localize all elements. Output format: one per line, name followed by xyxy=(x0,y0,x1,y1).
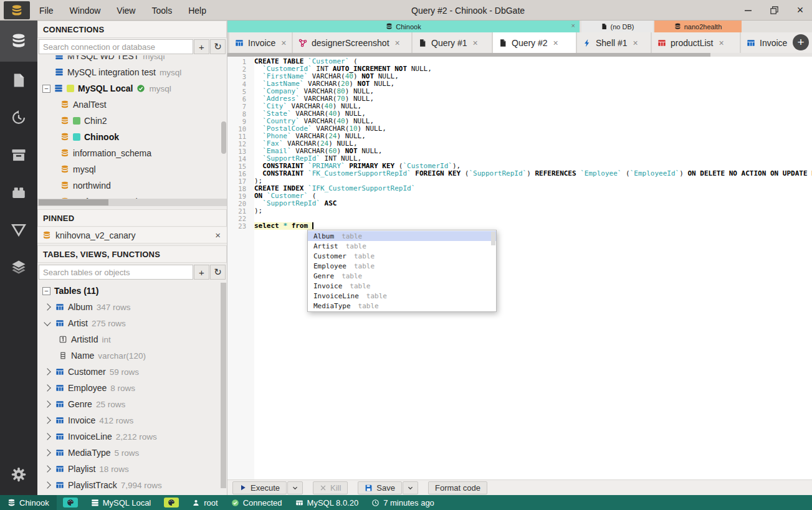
chevron-right-icon[interactable] xyxy=(44,481,50,488)
autocomplete-item-customer[interactable]: Customertable xyxy=(308,251,496,261)
refresh-tables-button[interactable]: ↻ xyxy=(210,265,226,280)
statusbar-connected[interactable]: Connected xyxy=(231,498,282,508)
column-row-name[interactable]: Namevarchar(120) xyxy=(37,347,227,364)
refresh-connections-button[interactable]: ↻ xyxy=(210,39,226,54)
tab-close-icon[interactable]: × xyxy=(395,38,400,48)
autocomplete-item-artist[interactable]: Artisttable xyxy=(308,241,496,251)
tab-label: Invoice xyxy=(248,38,275,48)
autocomplete-item-mediatype[interactable]: MediaTypetable xyxy=(308,301,496,311)
chevron-right-icon[interactable] xyxy=(44,433,50,440)
autocomplete-item-genre[interactable]: Genretable xyxy=(308,271,496,281)
tab-group-no-db[interactable]: (no DB) xyxy=(581,21,653,32)
table-row-mediatype[interactable]: MediaType5 rows xyxy=(37,445,227,461)
statusbar-root[interactable]: root xyxy=(192,498,217,508)
column-row-artistid[interactable]: ArtistIdint xyxy=(37,331,227,347)
tab-close-icon[interactable]: × xyxy=(719,38,724,48)
tab-close-icon[interactable]: × xyxy=(633,38,638,48)
connection-item-analtest[interactable]: AnalTest xyxy=(37,97,227,113)
table-row-invoice[interactable]: Invoice412 rows xyxy=(37,412,227,428)
table-row-album[interactable]: Album347 rows xyxy=(37,299,227,315)
statusbar-mysql-local[interactable]: MySQL Local xyxy=(91,498,151,508)
save-options-button[interactable] xyxy=(403,481,418,494)
connection-item-northwind[interactable]: northwind xyxy=(37,177,227,194)
menu-view[interactable]: View xyxy=(108,0,143,21)
collapse-toggle-icon[interactable]: − xyxy=(42,85,50,93)
chevron-right-icon[interactable] xyxy=(44,417,50,423)
activity-plugin-brick-button[interactable] xyxy=(0,174,37,211)
connection-item-mysql-wd-test[interactable]: MYSQL WD TESTmysql xyxy=(37,55,227,64)
tables-vscrollbar-thumb[interactable] xyxy=(221,283,226,488)
connection-item-information-schema[interactable]: information_schema xyxy=(37,145,227,161)
chevron-right-icon[interactable] xyxy=(44,384,50,391)
connections-vscrollbar-thumb[interactable] xyxy=(221,121,226,154)
restore-button[interactable] xyxy=(768,5,780,16)
minimize-button[interactable] xyxy=(742,5,753,16)
autocomplete-scrollbar-thumb[interactable] xyxy=(491,232,495,245)
chevron-right-icon[interactable] xyxy=(44,400,50,407)
tab-close-icon[interactable]: × xyxy=(473,38,478,48)
pinned-item[interactable]: knihovna_v2_canary × xyxy=(37,227,227,243)
execute-button[interactable]: Execute xyxy=(232,481,287,494)
save-button[interactable]: Save xyxy=(358,481,402,494)
close-button[interactable]: × xyxy=(795,5,806,16)
tab-group-chinook[interactable]: Chinook× xyxy=(227,21,580,32)
autocomplete-item-employee[interactable]: Employeetable xyxy=(308,261,496,271)
statusbar-chinook[interactable]: Chinook xyxy=(7,498,49,508)
connections-search-input[interactable] xyxy=(39,39,193,54)
autocomplete-item-album[interactable]: Albumtable xyxy=(308,231,496,241)
tab-designerscreenshot[interactable]: designerScreenshot× xyxy=(293,32,411,53)
add-connection-button[interactable]: + xyxy=(194,39,209,54)
activity-triangle-button[interactable] xyxy=(0,211,37,248)
line-number: 21 xyxy=(227,207,254,215)
activity-database-button[interactable] xyxy=(0,21,37,62)
menu-window[interactable]: Window xyxy=(62,0,109,21)
hscrollbar-thumb[interactable] xyxy=(39,199,108,205)
activity-gear-button[interactable] xyxy=(0,458,37,491)
execute-options-button[interactable] xyxy=(287,481,303,494)
connection-item-mysql[interactable]: mysql xyxy=(37,161,227,177)
activity-history-button[interactable] xyxy=(0,99,37,136)
kill-button[interactable]: Kill xyxy=(313,481,348,494)
connection-item-mysql-integration-test[interactable]: MySQL integration testmysql xyxy=(37,64,227,80)
table-row-customer[interactable]: Customer59 rows xyxy=(37,364,227,380)
tab-query-2[interactable]: Query #2× xyxy=(493,32,576,53)
autocomplete-item-invoice[interactable]: Invoicetable xyxy=(308,281,496,291)
chevron-right-icon[interactable] xyxy=(44,465,50,472)
table-row-genre[interactable]: Genre25 rows xyxy=(37,396,227,412)
collapse-toggle-icon[interactable]: − xyxy=(42,287,50,295)
tab-query-1[interactable]: Query #1× xyxy=(413,32,492,53)
unpin-close-icon[interactable]: × xyxy=(215,230,221,240)
chevron-right-icon[interactable] xyxy=(44,449,50,456)
table-row-artist[interactable]: Artist275 rows xyxy=(37,315,227,331)
table-row-playlisttrack[interactable]: PlaylistTrack7,994 rows xyxy=(37,477,227,493)
tables-group-row[interactable]: −Tables (11) xyxy=(37,283,227,299)
connection-item-chin2[interactable]: Chin2 xyxy=(37,113,227,129)
table-row-playlist[interactable]: Playlist18 rows xyxy=(37,461,227,477)
chevron-right-icon[interactable] xyxy=(44,368,50,375)
activity-archive-button[interactable] xyxy=(0,136,37,174)
chevron-down-icon[interactable] xyxy=(44,319,50,326)
add-table-button[interactable]: + xyxy=(194,265,209,280)
tab-invoice[interactable]: Invoice× xyxy=(229,32,292,53)
format-code-button[interactable]: Format code xyxy=(428,481,487,494)
tab-group-close-icon[interactable]: × xyxy=(571,22,575,29)
table-row-employee[interactable]: Employee8 rows xyxy=(37,380,227,396)
activity-file-button[interactable] xyxy=(0,62,37,99)
menu-help[interactable]: Help xyxy=(180,0,214,21)
table-row-invoiceline[interactable]: InvoiceLine2,212 rows xyxy=(37,428,227,445)
autocomplete-item-invoiceline[interactable]: InvoiceLinetable xyxy=(308,291,496,301)
tab-close-icon[interactable]: × xyxy=(553,38,558,48)
tables-search-input[interactable] xyxy=(39,265,193,280)
menu-file[interactable]: File xyxy=(31,0,62,21)
connection-item-chinook[interactable]: Chinook xyxy=(37,129,227,145)
tab-close-icon[interactable]: × xyxy=(281,38,286,48)
tab-shell-1[interactable]: Shell #1× xyxy=(577,32,651,53)
menu-tools[interactable]: Tools xyxy=(143,0,180,21)
connection-item-mysql-local[interactable]: −MySQL Localmysql xyxy=(37,80,227,97)
tab-group-nano2health[interactable]: nano2health xyxy=(654,21,742,32)
sql-editor[interactable]: 1CREATE TABLE `Customer` (2 `CustomerId`… xyxy=(227,57,812,479)
chevron-right-icon[interactable] xyxy=(44,303,50,310)
new-tab-button[interactable]: + xyxy=(793,34,809,50)
activity-layers-button[interactable] xyxy=(0,248,37,286)
tab-productlist[interactable]: productList× xyxy=(652,32,740,53)
